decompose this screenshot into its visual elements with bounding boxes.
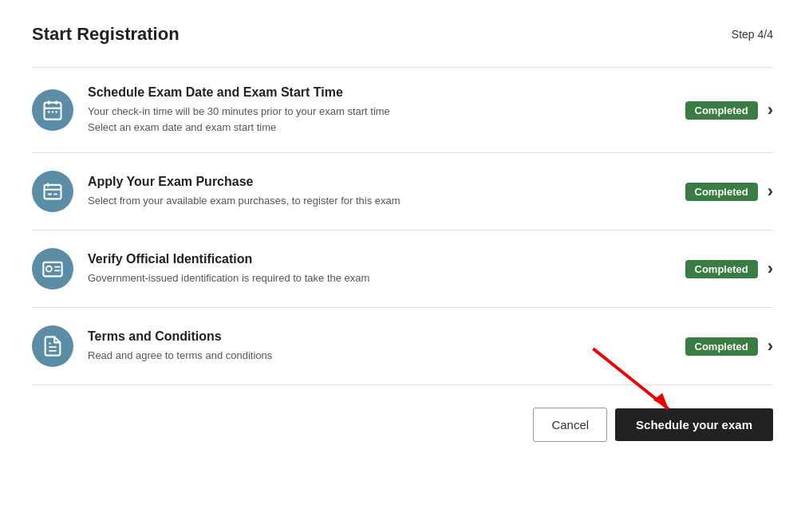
completed-badge-terms: Completed	[685, 337, 758, 356]
step-title-purchase: Apply Your Exam Purchase	[88, 175, 669, 189]
step-indicator: Step 4/4	[732, 28, 773, 41]
chevron-right-verify[interactable]: ›	[768, 258, 773, 279]
step-right-purchase: Completed ›	[685, 181, 774, 202]
step-content-verify: Verify Official Identification Governmen…	[88, 252, 669, 286]
step-right-verify: Completed ›	[685, 258, 774, 279]
step-right-schedule: Completed ›	[685, 100, 774, 120]
page-container: Start Registration Step 4/4 Schedule Exa…	[0, 0, 805, 532]
chevron-right-terms[interactable]: ›	[768, 336, 773, 357]
id-icon	[41, 258, 64, 280]
completed-badge-verify: Completed	[685, 260, 758, 278]
cancel-button[interactable]: Cancel	[533, 408, 607, 442]
svg-rect-4	[48, 111, 49, 112]
step-title-verify: Verify Official Identification	[88, 252, 669, 266]
chevron-right-schedule[interactable]: ›	[768, 100, 773, 120]
schedule-icon-circle	[32, 89, 73, 131]
purchase-icon-circle	[32, 171, 73, 212]
step-desc-terms: Read and agree to terms and conditions	[88, 348, 669, 364]
step-content-purchase: Apply Your Exam Purchase Select from you…	[88, 175, 669, 209]
completed-badge-purchase: Completed	[685, 183, 758, 201]
id-icon-circle	[32, 248, 73, 290]
svg-marker-19	[653, 393, 669, 409]
purchase-icon	[41, 180, 64, 203]
registration-steps: Schedule Exam Date and Exam Start Time Y…	[32, 67, 773, 385]
step-content-schedule: Schedule Exam Date and Exam Start Time Y…	[88, 85, 669, 135]
step-right-terms: Completed ›	[685, 336, 774, 357]
step-title-schedule: Schedule Exam Date and Exam Start Time	[88, 85, 669, 100]
step-desc-verify: Government-issued identification is requ…	[88, 270, 669, 286]
completed-badge-schedule: Completed	[685, 101, 758, 120]
svg-rect-7	[45, 185, 61, 199]
svg-rect-6	[56, 111, 57, 112]
header-row: Start Registration Step 4/4	[32, 24, 773, 45]
footer-row: Cancel Schedule your exam	[32, 408, 773, 442]
svg-rect-5	[52, 111, 53, 112]
terms-icon	[41, 335, 64, 357]
step-content-terms: Terms and Conditions Read and agree to t…	[88, 329, 669, 364]
step-row-schedule: Schedule Exam Date and Exam Start Time Y…	[32, 68, 773, 153]
svg-point-12	[46, 266, 52, 272]
step-row-verify: Verify Official Identification Governmen…	[32, 231, 773, 308]
schedule-button[interactable]: Schedule your exam	[615, 408, 773, 441]
terms-icon-circle	[32, 325, 73, 367]
step-row-terms: Terms and Conditions Read and agree to t…	[32, 308, 773, 385]
step-desc-schedule: Your check-in time will be 30 minutes pr…	[88, 104, 669, 135]
page-title: Start Registration	[32, 24, 180, 45]
step-row-purchase: Apply Your Exam Purchase Select from you…	[32, 153, 773, 231]
calendar-icon	[41, 99, 64, 121]
step-title-terms: Terms and Conditions	[88, 329, 669, 344]
chevron-right-purchase[interactable]: ›	[768, 181, 773, 202]
step-desc-purchase: Select from your available exam purchase…	[88, 193, 669, 209]
